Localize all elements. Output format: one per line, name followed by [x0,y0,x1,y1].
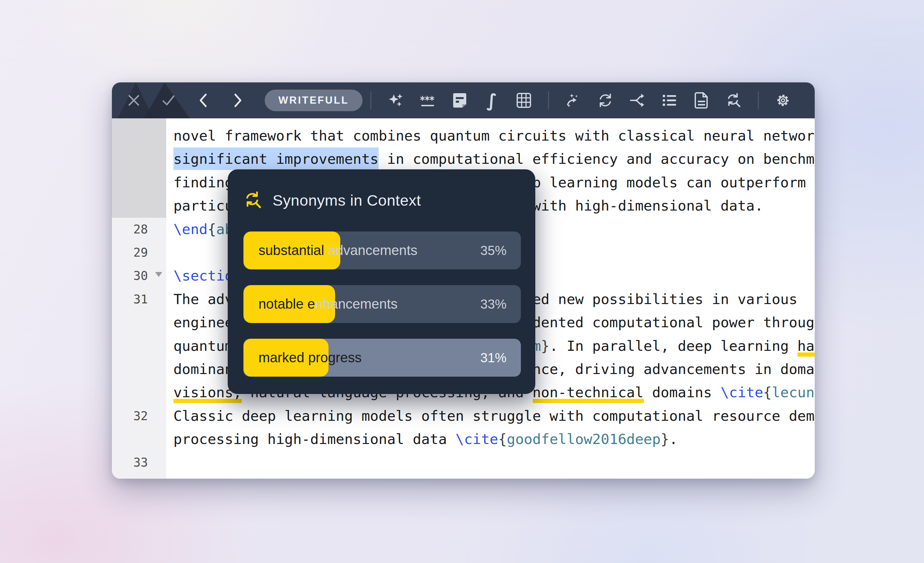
suggestion-label: substantial advancements [258,232,417,270]
synonyms-popup-icon [244,191,262,209]
writefull-window: WRITEFULL [112,82,815,479]
asterisks-icon[interactable] [420,93,435,108]
line-number-empty [112,311,166,334]
code-line: significant improvements in computationa… [173,147,815,171]
popup-title: Synonyms in Context [273,191,421,209]
suggestion-list: substantial advancements 35% notable enh… [243,232,521,392]
document-icon[interactable] [694,93,710,108]
toolbar-left-group: WRITEFULL [126,82,363,118]
code-token: { [208,221,216,237]
code-token: novel framework that combines quantum ci… [173,127,815,144]
code-token: { [764,384,772,400]
suggestion-word: marked p [258,350,316,365]
suggestion-word: substantial [258,243,324,258]
code-line [173,451,815,474]
line-number-empty [112,147,166,171]
note-icon[interactable] [452,93,468,108]
check-icon[interactable] [160,93,176,108]
toolbar-icon-group: ∫ [370,82,791,118]
popup-header: Synonyms in Context [244,190,421,210]
writefull-brand-pill[interactable]: WRITEFULL [265,90,363,111]
desktop-background: WRITEFULL [0,0,924,563]
code-token: . [669,431,678,447]
code-token: Classic deep learning models often strug… [173,408,815,424]
code-token: \end [173,221,208,237]
line-numbers: 282930313233 [112,124,166,475]
chevron-left-icon[interactable] [195,93,211,108]
fold-triangle-icon[interactable] [155,272,162,277]
suggestion-word-rest: rogress [316,350,362,365]
line-number: 32 [112,404,166,428]
writefull-brand-label: WRITEFULL [279,94,349,106]
toolbar-divider [758,91,759,109]
code-line: novel framework that combines quantum ci… [173,124,815,147]
suggestion-word: notable e [258,296,315,312]
code-line: Classic deep learning models often strug… [173,404,815,428]
code-token: goodfellow2016deep [507,431,661,447]
code-token: in computational efficiency and accuracy… [379,151,815,167]
table-icon[interactable] [516,93,532,108]
code-token: \cite [720,384,764,400]
integral-icon[interactable]: ∫ [484,93,500,108]
line-number-empty [112,358,166,381]
close-icon[interactable] [126,93,142,108]
line-number-empty [112,334,166,358]
suggestion-row[interactable]: notable enhancements 33% [243,285,521,323]
suggestion-word-rest: nhancements [315,296,398,312]
code-token: lecun2015deep [772,384,815,400]
chevron-right-icon[interactable] [230,93,246,108]
toolbar-divider [370,91,371,109]
suggestion-row-hovered[interactable]: marked progress 31% [243,339,521,377]
line-number: 33 [112,451,166,474]
line-number-empty [112,124,166,147]
code-token: \cite [456,431,498,447]
line-number-gutter: 282930313233 [112,118,166,479]
code-token: . In parallel, deep learning ha [549,338,814,354]
suggestion-score: 31% [480,339,507,377]
paraphrase-icon[interactable] [566,93,581,108]
toolbar-divider [548,91,549,109]
line-number-empty [112,381,166,404]
toolbar: WRITEFULL [112,82,815,118]
code-token: { [498,431,507,447]
line-number: 31 [112,288,166,311]
line-number-empty [112,194,166,217]
code-token: } [541,338,549,354]
code-token: } [661,431,669,447]
synonyms-popup: Synonyms in Context substantial advancem… [228,169,535,394]
list-icon[interactable] [662,93,677,108]
sparkles-icon[interactable] [388,93,404,108]
suggestion-row[interactable]: substantial advancements 35% [243,232,521,270]
synonyms-icon[interactable] [726,93,741,108]
code-token: processing high-dimensional data [173,431,456,447]
suggestion-score: 33% [480,285,507,323]
suggestion-label: marked progress [258,339,362,377]
line-number: 29 [112,241,166,264]
gear-icon[interactable] [775,93,791,108]
line-number-empty [112,428,166,451]
split-icon[interactable] [630,93,645,108]
suggestion-word-rest: advancements [324,243,417,258]
code-token: significant improvements [173,147,379,170]
suggestion-score: 35% [480,232,507,270]
sync-icon[interactable] [597,93,613,108]
code-line: processing high-dimensional data \cite{g… [173,428,815,451]
suggestion-label: notable enhancements [258,285,398,323]
line-number-empty [112,171,166,194]
line-number: 28 [112,218,166,241]
